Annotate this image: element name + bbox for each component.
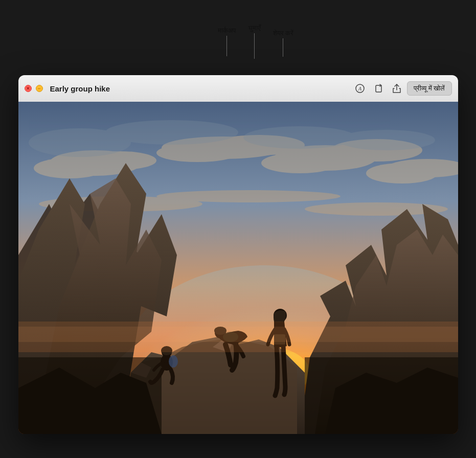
markup-button[interactable]: A (352, 80, 368, 97)
window-title: Early group hike (50, 84, 348, 93)
svg-point-40 (169, 355, 178, 368)
svg-point-18 (105, 120, 238, 145)
close-button[interactable]: ✕ (25, 85, 32, 92)
markup-icon: A (355, 83, 365, 94)
svg-rect-36 (305, 357, 458, 434)
markup-tooltip-label: मार्कअप (218, 27, 236, 35)
minimize-icon: – (38, 86, 40, 91)
traffic-lights: ✕ – (25, 85, 43, 92)
svg-rect-47 (18, 327, 458, 342)
svg-text:A: A (358, 86, 362, 91)
svg-point-19 (243, 126, 356, 149)
minimize-button[interactable]: – (36, 85, 43, 92)
open-preview-button[interactable]: प्रीव्यू में खोलें (407, 81, 451, 96)
svg-point-22 (156, 190, 341, 202)
photo-scene (18, 102, 458, 434)
share-icon (392, 83, 402, 94)
rotate-tooltip-label: घुमाएँ (248, 24, 261, 32)
share-tooltip-label: शेयर करें (273, 29, 294, 37)
photo-container (18, 102, 458, 434)
svg-point-13 (261, 153, 338, 173)
titlebar: ✕ – Early group hike A (18, 75, 458, 102)
svg-rect-35 (18, 357, 162, 434)
rotate-button[interactable] (370, 80, 387, 97)
share-button[interactable] (389, 80, 405, 97)
rotate-icon (373, 83, 383, 94)
toolbar: A प्रीव्यू में खोलें (352, 80, 451, 97)
svg-point-16 (366, 163, 438, 184)
svg-point-20 (338, 130, 435, 150)
close-icon: ✕ (26, 86, 30, 91)
